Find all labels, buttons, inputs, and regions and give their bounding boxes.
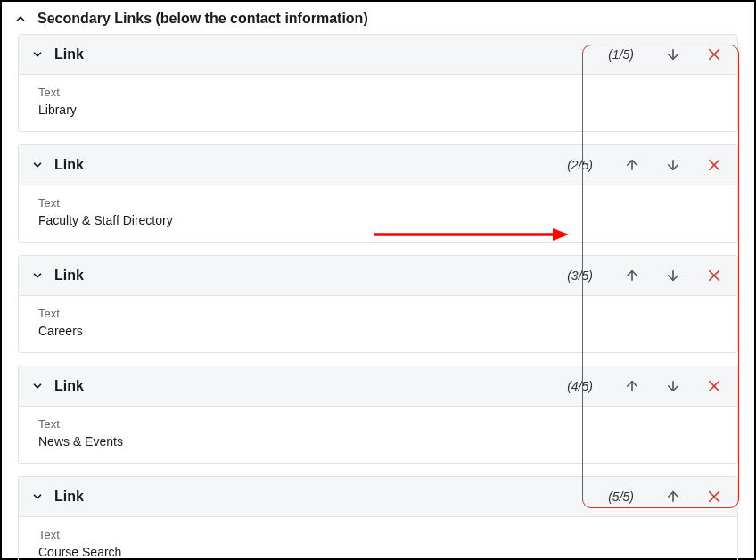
link-item-label: Link	[54, 46, 84, 62]
link-item-header[interactable]: Link(1/5)	[19, 35, 737, 75]
move-up-button[interactable]	[621, 154, 643, 176]
link-item: Link(2/5)TextFaculty & Staff Directory	[18, 144, 738, 243]
move-down-button[interactable]	[662, 265, 684, 286]
field-label: Text	[38, 307, 718, 320]
item-counter: (4/5)	[567, 379, 593, 393]
section-header[interactable]: Secondary Links (below the contact infor…	[2, 2, 754, 34]
field-label: Text	[38, 196, 718, 210]
link-item-body: TextNews & Events	[19, 407, 737, 463]
chevron-up-icon	[14, 12, 27, 25]
link-item-header[interactable]: Link(5/5)	[19, 477, 737, 517]
chevron-down-icon	[31, 380, 44, 392]
chevron-down-icon	[31, 159, 44, 171]
move-down-button[interactable]	[662, 44, 684, 65]
link-item-label: Link	[54, 268, 84, 284]
section-title: Secondary Links (below the contact infor…	[37, 11, 368, 27]
link-item: Link(1/5)TextLibrary	[18, 34, 738, 132]
link-item-body: TextLibrary	[19, 75, 737, 131]
field-label: Text	[38, 528, 718, 541]
link-item-body: TextCareers	[19, 296, 737, 352]
move-down-button[interactable]	[662, 375, 684, 397]
link-item-body: TextCourse Search	[19, 517, 737, 560]
link-item: Link(4/5)TextNews & Events	[18, 366, 738, 464]
chevron-down-icon	[31, 490, 44, 503]
delete-button[interactable]	[703, 154, 725, 176]
field-label: Text	[38, 417, 718, 431]
field-value: Library	[38, 103, 718, 117]
move-down-button[interactable]	[662, 154, 684, 176]
delete-button[interactable]	[703, 375, 725, 397]
item-counter: (2/5)	[567, 158, 593, 172]
link-item-label: Link	[54, 378, 84, 394]
link-item-label: Link	[54, 157, 84, 173]
field-label: Text	[38, 86, 718, 99]
link-item: Link(5/5)TextCourse Search	[18, 476, 738, 560]
move-up-button[interactable]	[621, 265, 643, 286]
link-item-header[interactable]: Link(2/5)	[19, 145, 737, 185]
item-counter: (1/5)	[608, 47, 634, 62]
link-item: Link(3/5)TextCareers	[18, 255, 738, 353]
item-counter: (3/5)	[567, 268, 593, 283]
field-value: Faculty & Staff Directory	[38, 213, 718, 227]
link-item-header[interactable]: Link(3/5)	[19, 256, 737, 296]
delete-button[interactable]	[703, 44, 725, 65]
move-up-button[interactable]	[621, 375, 643, 397]
link-item-body: TextFaculty & Staff Directory	[19, 185, 737, 242]
link-item-header[interactable]: Link(4/5)	[19, 366, 737, 407]
move-up-button[interactable]	[662, 486, 684, 507]
field-value: News & Events	[38, 434, 718, 449]
delete-button[interactable]	[703, 265, 725, 286]
field-value: Careers	[38, 324, 718, 338]
field-value: Course Search	[38, 545, 718, 559]
delete-button[interactable]	[703, 486, 725, 507]
chevron-down-icon	[31, 48, 44, 61]
item-counter: (5/5)	[608, 490, 634, 504]
link-item-label: Link	[54, 489, 84, 505]
chevron-down-icon	[31, 269, 44, 282]
